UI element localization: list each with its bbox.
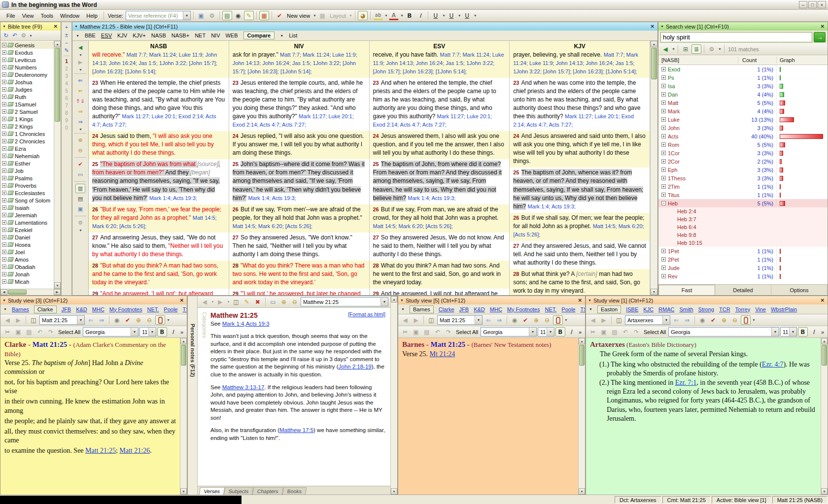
panel-menu-icon[interactable]: ▼ xyxy=(2,25,6,28)
column-count[interactable]: Count xyxy=(738,57,776,63)
search-go-icon[interactable]: → xyxy=(814,32,826,42)
delete-note-icon[interactable]: ✖ xyxy=(253,297,263,306)
verse-block[interactable]: 25The baptism of John, whence was it? fr… xyxy=(510,168,650,212)
single-mode-icon[interactable]: ▤ xyxy=(75,194,85,203)
verse-block[interactable]: 28"What do you think? There was a man wh… xyxy=(229,261,369,289)
zoom-in-icon[interactable]: ⊕ xyxy=(531,315,541,325)
forward-icon[interactable]: ▶ xyxy=(75,58,85,67)
zoom-in-icon[interactable]: ⊕ xyxy=(75,135,85,145)
next-entry-icon[interactable]: ⇒ xyxy=(494,315,504,325)
scroll-down-icon[interactable]: ▼ xyxy=(391,488,397,495)
underline-icon[interactable]: U xyxy=(431,11,441,20)
cross-reference-link[interactable]: Matt 14:5; Mark 6:20; [Acts 5:26]; xyxy=(233,223,312,229)
next-reference-icon[interactable]: ⇒ xyxy=(75,117,85,127)
tree-vertical-scrollbar[interactable]: ▲ ▼ xyxy=(54,41,61,289)
font-size-combo[interactable]: 11▼ xyxy=(780,327,797,336)
tree-item-leviticus[interactable]: +Leviticus xyxy=(0,56,54,64)
search-row-1thess[interactable]: +1Thess3 (3%) xyxy=(658,174,828,182)
layout-button[interactable]: Layout xyxy=(328,13,347,19)
tab-kjv[interactable]: KJV xyxy=(117,33,127,38)
more-icon[interactable]: » xyxy=(179,329,185,335)
expand-icon[interactable]: + xyxy=(2,65,6,69)
zoom-out-icon[interactable]: ⊖ xyxy=(290,297,300,306)
expand-icon[interactable]: + xyxy=(2,205,6,210)
expand-icon[interactable]: + xyxy=(661,84,666,88)
close-icon[interactable]: ✕ xyxy=(179,298,185,303)
underline2-icon[interactable]: U xyxy=(447,11,456,20)
strip-tool[interactable]: ± xyxy=(63,31,70,38)
tab-menu-icon[interactable]: ▼ xyxy=(589,307,592,311)
verse-block[interactable]: 29And he answered, I will not, but after… xyxy=(370,289,510,295)
panel-menu-icon[interactable]: ▼ xyxy=(74,25,78,28)
underline3-icon[interactable]: U xyxy=(462,11,472,20)
verse-block[interactable]: 24Jesus replied, "I will also ask you on… xyxy=(229,131,369,159)
reference-combo[interactable]: Matt 21:25▼ xyxy=(39,315,85,325)
italic-icon[interactable]: I xyxy=(809,327,819,336)
dropdown-icon[interactable]: ▼ xyxy=(789,328,796,336)
expand-icon[interactable]: − xyxy=(661,201,666,205)
notes-tab-subjects[interactable]: Subjects xyxy=(224,487,253,495)
back-icon[interactable]: ◀ xyxy=(75,43,85,52)
list-view-icon[interactable]: ≣ xyxy=(691,44,701,54)
dropdown-icon[interactable]: ▼ xyxy=(167,318,170,322)
search-row-john[interactable]: +John3 (3%) xyxy=(658,124,828,132)
study-scrollbar[interactable]: ▲▼ xyxy=(578,338,585,495)
next-entry-icon[interactable]: ⇒ xyxy=(682,315,692,325)
study-tab-kd[interactable]: K&D xyxy=(76,306,87,312)
scroll-down-icon[interactable]: ▼ xyxy=(579,488,585,495)
dropdown-icon[interactable]: ▼ xyxy=(148,328,156,336)
expand-icon[interactable]: + xyxy=(2,168,6,173)
strip-tool[interactable]: − xyxy=(63,39,70,46)
scroll-up-icon[interactable]: ▲ xyxy=(54,41,61,47)
search-tab-detailed[interactable]: Detailed xyxy=(715,285,771,295)
back-icon[interactable]: ◀ xyxy=(2,315,12,325)
undo-icon[interactable]: ↶ xyxy=(433,327,443,336)
tree-item-ezekiel[interactable]: +Ezekiel xyxy=(0,226,54,234)
search-row-1pet[interactable]: +1Pet1 (1%) xyxy=(658,247,828,255)
verse-block[interactable]: 25"The baptism of John was from what [so… xyxy=(89,159,229,204)
verse-select-icon[interactable]: ✔ xyxy=(75,160,85,169)
search-input[interactable] xyxy=(660,32,812,42)
forward-icon[interactable]: ▶ xyxy=(599,315,609,325)
close-button[interactable]: × xyxy=(818,1,826,8)
view-settings-icon[interactable]: ⚙ xyxy=(75,218,85,228)
tab-kjv+[interactable]: KJV+ xyxy=(133,33,146,38)
paperclip-icon[interactable] xyxy=(553,315,563,325)
hierarchy-view-icon[interactable]: ⊞ xyxy=(681,44,690,54)
cross-reference-link[interactable]: Mark 1:4; Acts 19:3; xyxy=(149,195,197,201)
tree-item-1-kings[interactable]: +1 Kings xyxy=(0,115,54,123)
close-icon[interactable]: ✕ xyxy=(650,24,656,29)
study-tab-mhc[interactable]: MHC xyxy=(490,306,502,312)
more-icon[interactable]: » xyxy=(820,329,826,335)
verse-select-icon[interactable]: ✔ xyxy=(123,315,133,325)
verse-block[interactable]: 23And when he was come into the temple, … xyxy=(510,78,650,131)
expand-icon[interactable]: + xyxy=(2,102,6,106)
copy-back-icon[interactable]: ⇐ xyxy=(75,86,85,96)
verse-block[interactable]: 27So they answered Jesus, We do not know… xyxy=(370,233,510,261)
search-hit-heb-6-4[interactable]: Heb 6:4 xyxy=(658,223,828,231)
cut-icon[interactable]: ✂ xyxy=(400,327,410,336)
search-tab-fast[interactable]: Fast xyxy=(658,285,715,295)
expand-icon[interactable]: + xyxy=(661,92,666,97)
verse-block[interactable]: 28"But what do you think? A man had two … xyxy=(89,261,229,289)
search-hit-heb-3-7[interactable]: Heb 3:7 xyxy=(658,215,828,223)
scroll-up-icon[interactable]: ▲ xyxy=(821,338,828,344)
cross-reference-link[interactable]: Mark 1:4; Acts 19:3; xyxy=(408,195,455,201)
tree-item-1samuel[interactable]: +1Samuel xyxy=(0,101,54,108)
search-hit-heb-2-4[interactable]: Heb 2:4 xyxy=(658,207,828,215)
verse-block[interactable]: 24And Jesus answered and said unto them,… xyxy=(510,131,650,168)
bookmark-6[interactable]: 6 xyxy=(63,95,70,101)
expand-icon[interactable]: + xyxy=(2,235,6,239)
tree-item-ezra[interactable]: +Ezra xyxy=(0,145,54,152)
verse-block[interactable]: 27And they answered Jesus, and said, We … xyxy=(510,241,650,269)
search-row-eph[interactable]: +Eph3 (3%) xyxy=(658,166,828,174)
tab-menu-icon[interactable]: ▼ xyxy=(401,307,405,311)
expand-icon[interactable]: + xyxy=(2,109,6,114)
expand-icon[interactable]: + xyxy=(2,43,6,47)
cross-reference-link[interactable]: Matt 14:5; Mark 6:20; [Acts 5:26]; xyxy=(373,223,453,229)
verse-block[interactable]: 26But if we say, From man, we are afraid… xyxy=(370,204,510,233)
reference-link[interactable]: Matthew 17:5 xyxy=(279,427,313,433)
study-tab-kjc[interactable]: KJC xyxy=(643,306,654,312)
expand-icon[interactable]: + xyxy=(2,117,6,121)
italic-icon[interactable]: I xyxy=(168,327,178,336)
